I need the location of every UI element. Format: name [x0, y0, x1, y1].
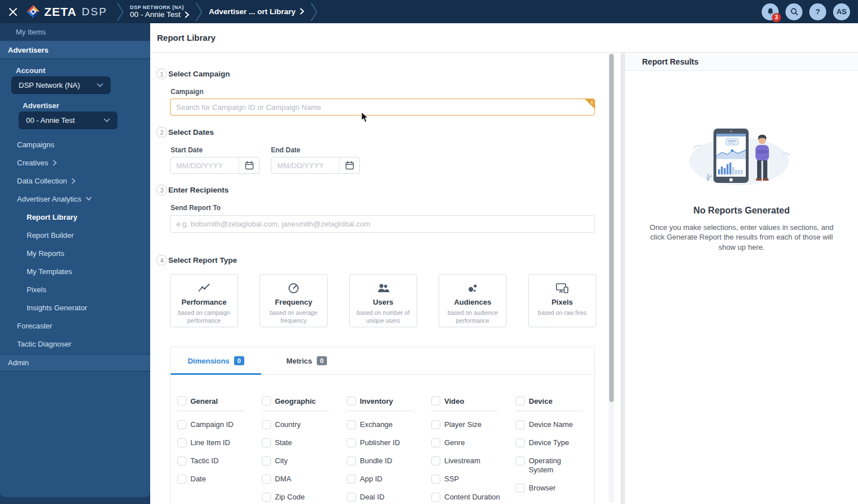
- sidebar-item-report-builder[interactable]: Report Builder: [0, 226, 150, 244]
- end-date-label: End Date: [271, 146, 300, 154]
- breadcrumb-account[interactable]: DSP NETWORK (NA) 00 - Annie Test: [128, 5, 192, 19]
- search-button[interactable]: [785, 3, 802, 20]
- item-label: Bundle ID: [360, 456, 392, 465]
- close-icon[interactable]: [0, 0, 26, 23]
- notification-count-badge: 3: [772, 13, 781, 22]
- item-checkbox[interactable]: [262, 456, 271, 465]
- item-checkbox[interactable]: [262, 475, 271, 484]
- item-checkbox[interactable]: [516, 456, 525, 465]
- sidebar-item-label: Insights Generator: [27, 304, 87, 312]
- group-checkbox[interactable]: [262, 396, 271, 405]
- item-checkbox[interactable]: [516, 438, 525, 447]
- item-checkbox[interactable]: [347, 456, 356, 465]
- empty-state-title: No Reports Generated: [625, 206, 858, 216]
- item-checkbox[interactable]: [177, 420, 186, 429]
- item-label: Date: [190, 475, 206, 484]
- report-type-card-frequency[interactable]: Frequencybased on average frequency: [260, 274, 328, 327]
- chevron-right-icon: [71, 178, 76, 184]
- item-checkbox[interactable]: [516, 484, 525, 493]
- item-checkbox[interactable]: [431, 493, 440, 502]
- item-checkbox[interactable]: [177, 438, 186, 447]
- sidebar-item-label: Campaigns: [17, 140, 54, 149]
- report-type-card-pixels[interactable]: Pixelsbased on raw fires: [528, 274, 596, 327]
- campaign-search-input[interactable]: [170, 99, 595, 116]
- help-button[interactable]: ?: [809, 3, 826, 20]
- zeta-dsp-logo[interactable]: ZETA DSP: [26, 5, 107, 19]
- sidebar-item-creatives[interactable]: Creatives: [0, 153, 150, 172]
- warning-mark: !: [591, 100, 593, 105]
- report-type-card-performance[interactable]: Performancebased on campaign performance: [170, 274, 238, 327]
- sidebar-item-my-templates[interactable]: My Templates: [0, 262, 150, 280]
- item-checkbox[interactable]: [516, 420, 525, 429]
- item-checkbox[interactable]: [347, 438, 356, 447]
- breadcrumb-network-label: DSP NETWORK (NA): [130, 5, 189, 10]
- item-label: Player Size: [444, 420, 482, 429]
- start-date-label: Start Date: [171, 146, 203, 154]
- start-date-calendar-button[interactable]: [239, 157, 259, 173]
- tab-dimensions[interactable]: Dimensions 0: [171, 347, 261, 374]
- item-checkbox[interactable]: [431, 475, 440, 484]
- scrollbar-thumb[interactable]: [609, 54, 614, 402]
- sidebar-item-forecaster[interactable]: Forecaster: [0, 317, 150, 335]
- item-checkbox[interactable]: [262, 493, 271, 502]
- sidebar-item-label: Report Library: [27, 213, 78, 221]
- breadcrumb-separator-icon: [195, 1, 203, 23]
- group-checkbox[interactable]: [347, 396, 356, 405]
- dimension-item-operating-system: Operating System: [516, 456, 595, 475]
- item-checkbox[interactable]: [347, 420, 356, 429]
- dimension-item-line-item-id: Line Item ID: [177, 438, 257, 447]
- item-label: Line Item ID: [190, 438, 230, 447]
- item-checkbox[interactable]: [431, 456, 440, 465]
- group-checkbox[interactable]: [431, 396, 440, 405]
- sidebar-item-advertiser-analytics[interactable]: Advertiser Analytics: [0, 190, 150, 208]
- calendar-icon: [245, 161, 254, 170]
- sidebar-item-my-items[interactable]: My Items: [0, 23, 150, 41]
- sidebar-item-campaigns[interactable]: Campaigns: [0, 135, 150, 153]
- report-type-cards: Performancebased on campaign performance…: [170, 274, 596, 327]
- sidebar-item-pixels[interactable]: Pixels: [0, 280, 150, 298]
- sidebar-item-my-reports[interactable]: My Reports: [0, 244, 150, 262]
- select-campaign-title: Select Campaign: [168, 70, 230, 78]
- item-checkbox[interactable]: [347, 475, 356, 484]
- group-divider: [431, 411, 498, 411]
- start-date-input[interactable]: [171, 157, 239, 173]
- tab-metrics[interactable]: Metrics 0: [261, 347, 352, 374]
- advertiser-select[interactable]: 00 - Annie Test: [19, 112, 117, 129]
- item-checkbox[interactable]: [262, 438, 271, 447]
- group-label: Geographic: [275, 397, 316, 405]
- item-label: App ID: [360, 475, 383, 484]
- account-select[interactable]: DSP Network (NA): [11, 76, 111, 94]
- sidebar-item-label: My Reports: [27, 249, 64, 258]
- report-type-card-users[interactable]: Usersbased on number of unique users: [349, 274, 417, 327]
- chevron-right-icon: [185, 11, 189, 18]
- campaign-field-label: Campaign: [171, 88, 203, 96]
- end-date-input[interactable]: [271, 157, 339, 173]
- end-date-calendar-button[interactable]: [339, 157, 359, 173]
- group-divider: [177, 411, 244, 411]
- item-checkbox[interactable]: [347, 493, 356, 502]
- sidebar-item-data-collection[interactable]: Data Collection: [0, 172, 150, 190]
- item-checkbox[interactable]: [431, 438, 440, 447]
- item-label: Device Type: [529, 438, 569, 447]
- sidebar-item-tactic-diagnoser[interactable]: Tactic Diagnoser: [0, 335, 150, 353]
- group-checkbox[interactable]: [177, 396, 186, 405]
- group-checkbox[interactable]: [516, 396, 525, 405]
- user-avatar[interactable]: AS: [833, 3, 850, 20]
- notifications-button[interactable]: 3: [762, 3, 779, 20]
- sidebar-section-advertisers[interactable]: Advertisers: [0, 41, 150, 59]
- sidebar-item-report-library[interactable]: Report Library: [0, 208, 150, 226]
- page-title: Report Library: [157, 33, 215, 42]
- group-divider: [262, 411, 329, 411]
- item-checkbox[interactable]: [177, 456, 186, 465]
- item-checkbox[interactable]: [177, 475, 186, 484]
- breadcrumb-page[interactable]: Advertiser ... ort Library: [206, 7, 307, 16]
- recipients-input[interactable]: [170, 215, 595, 233]
- report-type-card-audiences[interactable]: Audiencesbased on audience performance: [439, 274, 507, 327]
- sidebar-item-insights-generator[interactable]: Insights Generator: [0, 298, 150, 317]
- sidebar-section-admin[interactable]: Admin: [0, 354, 150, 371]
- item-checkbox[interactable]: [262, 420, 271, 429]
- item-label: Operating System: [529, 456, 583, 475]
- main-scrollbar[interactable]: [609, 54, 614, 503]
- audience-icon: [467, 282, 478, 294]
- item-checkbox[interactable]: [431, 420, 440, 429]
